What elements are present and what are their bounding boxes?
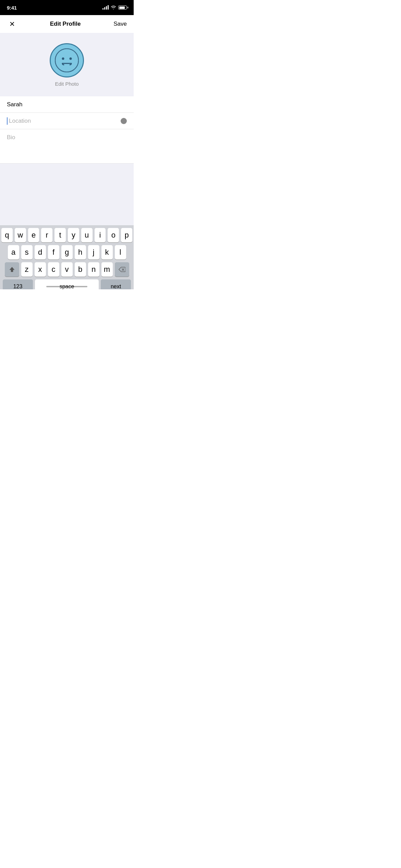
- keyboard-row-2: a s d f g h j k l: [1, 245, 132, 260]
- key-d[interactable]: d: [35, 245, 46, 260]
- home-indicator: [46, 286, 87, 287]
- delete-key[interactable]: [115, 262, 129, 277]
- key-l[interactable]: l: [115, 245, 126, 260]
- close-button[interactable]: ✕: [7, 19, 17, 29]
- status-bar: 9:41: [0, 0, 134, 15]
- bio-field: Bio: [0, 129, 134, 164]
- key-a[interactable]: a: [8, 245, 19, 260]
- keyboard-row-3: z x c v b n m: [1, 262, 132, 277]
- key-s[interactable]: s: [21, 245, 33, 260]
- avatar-section: Edit Photo: [0, 33, 134, 96]
- avatar[interactable]: [50, 43, 84, 77]
- location-input[interactable]: [9, 118, 119, 124]
- key-n[interactable]: n: [88, 262, 99, 277]
- key-y[interactable]: y: [68, 228, 79, 242]
- key-v[interactable]: v: [61, 262, 73, 277]
- key-o[interactable]: o: [108, 228, 119, 242]
- shift-icon: [9, 266, 15, 273]
- numbers-key[interactable]: 123: [3, 279, 33, 289]
- key-b[interactable]: b: [75, 262, 86, 277]
- key-k[interactable]: k: [101, 245, 113, 260]
- status-time: 9:41: [7, 5, 17, 11]
- key-g[interactable]: g: [61, 245, 73, 260]
- key-i[interactable]: i: [95, 228, 106, 242]
- key-q[interactable]: q: [1, 228, 13, 242]
- location-dot-icon: [121, 118, 127, 124]
- key-j[interactable]: j: [88, 245, 99, 260]
- avatar-face-icon: [55, 48, 79, 72]
- bio-placeholder[interactable]: Bio: [7, 134, 127, 141]
- wifi-icon: [111, 5, 116, 10]
- form-section: Bio: [0, 96, 134, 164]
- keyboard-row-4: 123 space next: [1, 279, 132, 289]
- keyboard-row-1: q w e r t y u i o p: [1, 228, 132, 242]
- signal-icon: [102, 5, 109, 10]
- nav-header: ✕ Edit Profile Save: [0, 15, 134, 33]
- keyboard-gap: [0, 164, 134, 225]
- keyboard: q w e r t y u i o p a s d f g h j k l z …: [0, 225, 134, 289]
- backspace-icon: [119, 267, 125, 272]
- battery-icon: [118, 5, 127, 10]
- shift-key[interactable]: [5, 262, 19, 277]
- name-input[interactable]: [7, 101, 127, 108]
- svg-point-2: [70, 58, 72, 60]
- key-m[interactable]: m: [101, 262, 113, 277]
- save-button[interactable]: Save: [113, 21, 127, 27]
- name-field: [0, 96, 134, 113]
- key-f[interactable]: f: [48, 245, 59, 260]
- key-z[interactable]: z: [21, 262, 33, 277]
- key-c[interactable]: c: [48, 262, 59, 277]
- space-key[interactable]: space: [35, 279, 99, 289]
- key-p[interactable]: p: [121, 228, 132, 242]
- key-h[interactable]: h: [75, 245, 86, 260]
- location-field: [0, 113, 134, 129]
- next-key[interactable]: next: [101, 279, 131, 289]
- key-w[interactable]: w: [15, 228, 26, 242]
- status-icons: [102, 5, 127, 10]
- key-x[interactable]: x: [35, 262, 46, 277]
- key-t[interactable]: t: [54, 228, 66, 242]
- edit-photo-label[interactable]: Edit Photo: [55, 81, 78, 87]
- svg-point-1: [62, 58, 64, 60]
- key-r[interactable]: r: [41, 228, 52, 242]
- page-title: Edit Profile: [50, 21, 81, 27]
- svg-point-0: [55, 49, 78, 72]
- key-e[interactable]: e: [28, 228, 39, 242]
- key-u[interactable]: u: [81, 228, 93, 242]
- text-cursor: [7, 117, 8, 125]
